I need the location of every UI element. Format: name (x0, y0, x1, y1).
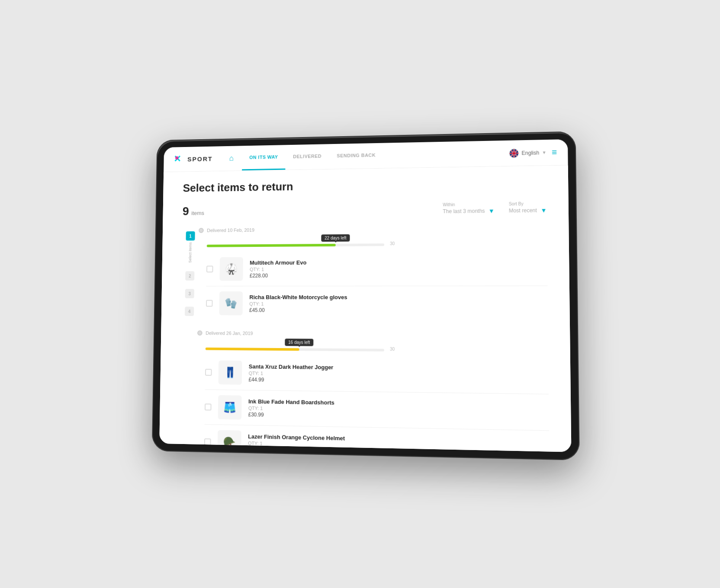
product-info: Multitech Armour Evo QTY: 1 £228.00 (250, 258, 547, 278)
step-1: 1 (186, 231, 195, 240)
items-label: items (191, 210, 204, 216)
progress-fill (206, 348, 299, 351)
within-value: The last 3 months (443, 208, 485, 214)
product-info: Santa Xruz Dark Heather Jogger QTY: 1 £4… (248, 363, 548, 386)
delivery-list: Delivered 10 Feb, 2019 22 days left 30 🥋… (196, 225, 550, 452)
tablet-screen: ✕ SPORT ⌂ ON ITS WAY DELIVERED SENDING B… (159, 139, 571, 452)
delivery-group-1: Delivered 26 Jan, 2019 16 days left 30 👖… (196, 330, 549, 452)
tab-on-its-way[interactable]: ON ITS WAY (242, 145, 286, 170)
product-info: Richa Black-White Motorcycle gloves QTY:… (249, 294, 548, 313)
within-select[interactable]: The last 3 months ▼ (443, 207, 495, 214)
language-button[interactable]: English ▼ (509, 148, 546, 158)
product-image: 🧤 (219, 291, 243, 315)
sort-filter: Sort by Most recent ▼ (509, 201, 547, 214)
list-item: 👖 Santa Xruz Dark Heather Jogger QTY: 1 … (205, 357, 549, 392)
language-chevron: ▼ (542, 150, 546, 155)
product-qty: QTY: 1 (249, 301, 548, 307)
items-number: 9 (183, 205, 189, 218)
list-item: 🧤 Richa Black-White Motorcycle gloves QT… (206, 288, 548, 320)
progress-max: 30 (390, 347, 395, 352)
product-image: 🪖 (218, 430, 241, 452)
main-content: Select items to return 9 items Within Th… (159, 166, 571, 452)
product-info: Lazer Finish Orange Cyclone Helmet QTY: … (248, 433, 550, 452)
product-name: Multitech Armour Evo (250, 258, 547, 266)
step-4: 4 (185, 307, 194, 316)
tablet-frame: ✕ SPORT ⌂ ON ITS WAY DELIVERED SENDING B… (152, 131, 580, 460)
sort-value: Most recent (509, 207, 537, 214)
delivery-dot (199, 228, 204, 233)
logo-text: SPORT (187, 155, 213, 163)
sort-label: Sort by (509, 201, 547, 206)
product-checkbox[interactable] (206, 300, 213, 307)
language-label: English (521, 150, 539, 156)
nav-right: English ▼ ≡ (509, 147, 557, 158)
list-item: 🥋 Multitech Armour Evo QTY: 1 £228.00 (206, 252, 548, 284)
product-checkbox[interactable] (206, 265, 213, 272)
within-chevron: ▼ (489, 207, 495, 214)
product-price: £228.00 (250, 272, 547, 278)
page-title: Select items to return (183, 176, 547, 195)
progress-max: 30 (390, 241, 395, 246)
delivery-date: Delivered 10 Feb, 2019 (207, 227, 254, 233)
list-item: 🪖 Lazer Finish Orange Cyclone Helmet QTY… (204, 426, 550, 452)
sort-chevron: ▼ (540, 207, 547, 214)
sidebar-steps: 1 Select items 2 3 4 (179, 228, 199, 452)
nav-tabs: ON ITS WAY DELIVERED SENDING BACK (242, 143, 383, 171)
product-image: 👖 (219, 361, 242, 385)
days-left-label: 16 days left (285, 339, 313, 346)
tab-delivered[interactable]: DELIVERED (286, 144, 329, 169)
within-label: Within (443, 201, 495, 207)
progress-track: 16 days left (206, 348, 384, 352)
filters-row: 9 items Within The last 3 months ▼ Sort … (183, 200, 547, 218)
progress-track: 22 days left (207, 243, 384, 247)
step-2: 2 (185, 271, 194, 280)
step-1-label: Select items (188, 242, 192, 263)
step-3: 3 (185, 289, 194, 298)
product-checkbox[interactable] (205, 369, 212, 376)
home-icon[interactable]: ⌂ (229, 154, 234, 163)
main-area: 1 Select items 2 3 4 (179, 225, 550, 452)
days-left-label: 22 days left (321, 234, 350, 242)
sort-select[interactable]: Most recent ▼ (509, 207, 547, 214)
product-name: Richa Black-White Motorcycle gloves (249, 294, 547, 300)
hamburger-button[interactable]: ≡ (552, 147, 557, 157)
product-price: £45.00 (249, 307, 548, 314)
uk-flag-icon (509, 148, 519, 158)
product-image: 🥋 (219, 257, 243, 281)
product-checkbox[interactable] (205, 403, 212, 410)
product-info: Ink Blue Fade Hand Boardshorts QTY: 1 £3… (248, 398, 549, 422)
product-qty: QTY: 1 (250, 265, 547, 272)
delivery-group-0: Delivered 10 Feb, 2019 22 days left 30 🥋… (198, 225, 548, 320)
product-checkbox[interactable] (204, 438, 211, 445)
logo-icon: ✕ (174, 153, 185, 165)
delivery-dot (197, 330, 202, 336)
progress-fill (207, 244, 336, 247)
within-filter: Within The last 3 months ▼ (443, 201, 495, 214)
product-image: 🩳 (218, 395, 242, 420)
list-item: 🩳 Ink Blue Fade Hand Boardshorts QTY: 1 … (205, 392, 549, 429)
delivery-date: Delivered 26 Jan, 2019 (206, 330, 253, 336)
items-count: 9 items (183, 205, 204, 218)
logo: ✕ SPORT (174, 153, 213, 166)
tab-sending-back[interactable]: SENDING BACK (329, 143, 383, 169)
